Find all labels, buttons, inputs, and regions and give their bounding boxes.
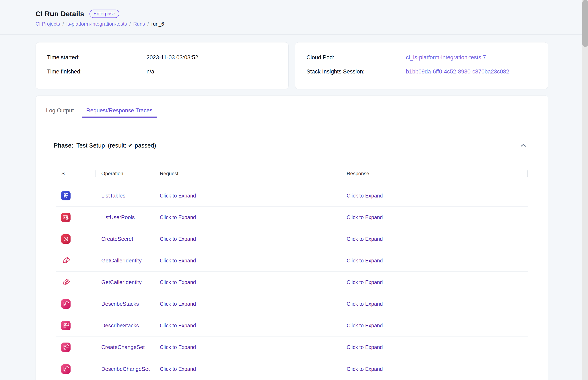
column-header-operation: Operation	[95, 169, 154, 178]
table-row: CreateChangeSet Click to Expand Click to…	[56, 337, 528, 358]
table-row: GetCallerIdentity Click to Expand Click …	[56, 272, 528, 293]
breadcrumb-current-run: run_6	[151, 21, 164, 27]
operation-link[interactable]: DescribeChangeSet	[95, 366, 154, 372]
cloudformation-icon	[61, 321, 71, 330]
info-cards-row: Time started: 2023-11-03 03:03:52 Time f…	[36, 42, 548, 89]
operation-link[interactable]: ListTables	[95, 192, 154, 199]
request-expand-link[interactable]: Click to Expand	[154, 214, 341, 220]
trace-table-header: S... Operation Request Response	[56, 169, 528, 178]
operation-link[interactable]: CreateSecret	[95, 236, 154, 242]
request-expand-link[interactable]: Click to Expand	[154, 236, 341, 242]
scrollbar-track[interactable]	[582, 0, 588, 380]
sts-icon	[61, 278, 71, 287]
time-finished-row: Time finished: n/a	[47, 68, 277, 75]
response-expand-link[interactable]: Click to Expand	[341, 193, 528, 199]
phase-result: (result: ✔ passed)	[108, 142, 156, 149]
response-expand-link[interactable]: Click to Expand	[341, 323, 528, 329]
stack-insights-row: Stack Insights Session: b1bb09da-6ff0-4c…	[307, 68, 537, 75]
links-info-card: Cloud Pod: ci_ls-platform-integration-te…	[295, 42, 548, 89]
response-expand-link[interactable]: Click to Expand	[341, 279, 528, 285]
response-expand-link[interactable]: Click to Expand	[341, 344, 528, 350]
response-expand-link[interactable]: Click to Expand	[341, 258, 528, 264]
phase-label: Phase:	[54, 142, 74, 149]
breadcrumb-separator: /	[129, 21, 131, 27]
breadcrumb: CI Projects / ls-platform-integration-te…	[36, 21, 588, 27]
table-row: ListTables Click to Expand Click to Expa…	[56, 185, 528, 207]
request-expand-link[interactable]: Click to Expand	[154, 193, 341, 199]
time-finished-label: Time finished:	[47, 68, 147, 75]
breadcrumb-ci-projects[interactable]: CI Projects	[36, 21, 60, 27]
cloud-pod-label: Cloud Pod:	[307, 54, 406, 61]
operation-link[interactable]: GetCallerIdentity	[95, 279, 154, 285]
dynamodb-icon	[61, 191, 71, 200]
table-row: CreateSecret Click to Expand Click to Ex…	[56, 228, 528, 250]
stack-insights-link[interactable]: b1bb09da-6ff0-4c52-8930-c870ba23c082	[406, 68, 509, 75]
operation-link[interactable]: ListUserPools	[95, 214, 154, 221]
chevron-up-icon	[521, 143, 526, 148]
tab-log-output[interactable]: Log Output	[41, 106, 78, 118]
column-header-service: S...	[56, 169, 95, 178]
table-row: ListUserPools Click to Expand Click to E…	[56, 207, 528, 228]
page-title: CI Run Details	[36, 10, 84, 18]
operation-link[interactable]: DescribeStacks	[95, 322, 154, 329]
time-started-value: 2023-11-03 03:03:52	[147, 54, 198, 61]
secretsmanager-icon	[61, 234, 71, 244]
request-expand-link[interactable]: Click to Expand	[154, 258, 341, 264]
column-header-response: Response	[341, 169, 528, 178]
phase-name: Test Setup	[76, 142, 105, 149]
enterprise-badge: Enterprise	[90, 10, 119, 18]
phase-header: Phase: Test Setup (result: ✔ passed)	[54, 141, 527, 150]
operation-link[interactable]: CreateChangeSet	[95, 344, 154, 350]
column-header-request: Request	[154, 169, 341, 178]
tab-request-response-traces[interactable]: Request/Response Traces	[82, 106, 157, 118]
response-expand-link[interactable]: Click to Expand	[341, 214, 528, 220]
sts-icon	[61, 256, 71, 265]
cloudformation-icon	[61, 342, 71, 352]
collapse-phase-button[interactable]	[520, 143, 527, 148]
cloudformation-icon	[61, 299, 71, 309]
table-row: DescribeChangeSet Click to Expand Click …	[56, 358, 528, 380]
response-expand-link[interactable]: Click to Expand	[341, 301, 528, 307]
breadcrumb-project[interactable]: ls-platform-integration-tests	[66, 21, 127, 27]
trace-table: S... Operation Request Response ListTabl…	[56, 169, 528, 380]
request-expand-link[interactable]: Click to Expand	[154, 366, 341, 372]
operation-link[interactable]: GetCallerIdentity	[95, 257, 154, 264]
request-expand-link[interactable]: Click to Expand	[154, 323, 341, 329]
tab-bar: Log Output Request/Response Traces	[41, 106, 548, 118]
time-started-label: Time started:	[47, 54, 147, 61]
table-row: GetCallerIdentity Click to Expand Click …	[56, 250, 528, 272]
cloud-pod-link[interactable]: ci_ls-platform-integration-tests:7	[406, 54, 486, 61]
request-expand-link[interactable]: Click to Expand	[154, 279, 341, 285]
cloud-pod-row: Cloud Pod: ci_ls-platform-integration-te…	[307, 54, 537, 61]
stack-insights-label: Stack Insights Session:	[307, 68, 406, 75]
response-expand-link[interactable]: Click to Expand	[341, 366, 528, 372]
breadcrumb-separator: /	[62, 21, 64, 27]
table-row: DescribeStacks Click to Expand Click to …	[56, 315, 528, 337]
time-started-row: Time started: 2023-11-03 03:03:52	[47, 54, 277, 61]
page-header: CI Run Details Enterprise CI Projects / …	[0, 0, 588, 35]
breadcrumb-separator: /	[147, 21, 149, 27]
request-expand-link[interactable]: Click to Expand	[154, 344, 341, 350]
request-expand-link[interactable]: Click to Expand	[154, 301, 341, 307]
operation-link[interactable]: DescribeStacks	[95, 301, 154, 307]
breadcrumb-runs[interactable]: Runs	[133, 21, 145, 27]
scrollbar-thumb[interactable]	[582, 0, 588, 47]
response-expand-link[interactable]: Click to Expand	[341, 236, 528, 242]
time-finished-value: n/a	[147, 68, 154, 75]
time-info-card: Time started: 2023-11-03 03:03:52 Time f…	[36, 42, 289, 89]
phase-title: Phase: Test Setup (result: ✔ passed)	[54, 142, 156, 149]
cloudformation-icon	[61, 364, 71, 374]
table-row: DescribeStacks Click to Expand Click to …	[56, 293, 528, 315]
cognito-icon	[61, 213, 71, 222]
traces-card: Log Output Request/Response Traces Phase…	[36, 95, 548, 380]
